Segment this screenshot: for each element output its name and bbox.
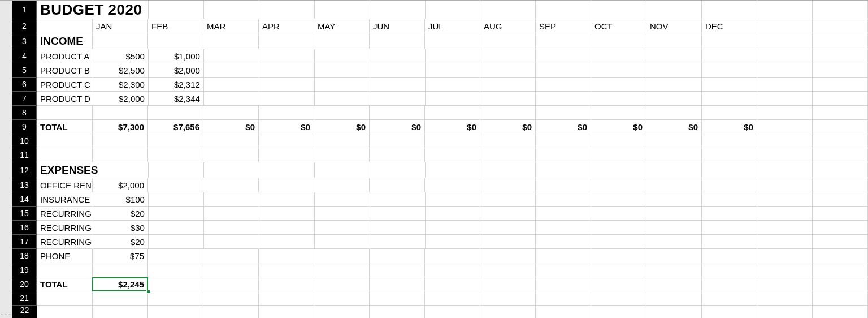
expense-value-cell[interactable]: $2,000	[93, 178, 148, 192]
row-header[interactable]: 6	[12, 78, 37, 92]
cell[interactable]	[203, 249, 259, 263]
cell-grid[interactable]: BUDGET 2020 JAN FEB MAR APR MAY JUN J	[37, 1, 868, 318]
cell[interactable]	[480, 78, 536, 91]
cell[interactable]	[536, 78, 591, 91]
cell[interactable]	[591, 63, 646, 77]
cell[interactable]	[370, 33, 425, 49]
cell[interactable]	[370, 192, 426, 206]
row-header[interactable]: 19	[12, 263, 37, 277]
month-header[interactable]: DEC	[702, 19, 757, 33]
cell[interactable]	[646, 235, 702, 248]
cell[interactable]	[425, 178, 480, 192]
cell[interactable]	[813, 277, 868, 291]
cell[interactable]	[370, 134, 425, 148]
expenses-header-cell[interactable]: EXPENSES	[37, 162, 93, 178]
cell[interactable]	[259, 1, 315, 19]
month-header[interactable]: MAY	[314, 19, 370, 33]
income-total-cell[interactable]: $0	[370, 120, 425, 134]
cell[interactable]	[480, 221, 536, 234]
cell[interactable]	[813, 263, 868, 277]
cell[interactable]	[702, 134, 757, 148]
income-value-cell[interactable]: $2,300	[93, 78, 149, 91]
expenses-total-cell[interactable]: $2,245	[93, 277, 148, 291]
cell[interactable]	[536, 263, 591, 277]
cell[interactable]	[370, 63, 426, 77]
month-header[interactable]: APR	[259, 19, 314, 33]
cell[interactable]	[480, 306, 536, 318]
cell[interactable]	[591, 49, 646, 63]
cell[interactable]	[646, 134, 702, 148]
cell[interactable]	[93, 263, 148, 277]
cell[interactable]	[426, 78, 481, 91]
cell[interactable]	[536, 106, 591, 119]
cell[interactable]	[425, 33, 480, 49]
income-row[interactable]: PRODUCT C $2,300 $2,312	[37, 78, 868, 92]
cell[interactable]	[702, 106, 757, 119]
cell[interactable]	[591, 178, 646, 192]
cell[interactable]	[702, 291, 757, 305]
cell[interactable]	[646, 49, 702, 63]
cell[interactable]	[204, 162, 259, 178]
cell[interactable]	[480, 134, 536, 148]
expense-row[interactable]: PHONE $75	[37, 249, 868, 263]
cell[interactable]	[480, 277, 536, 291]
cell[interactable]	[646, 221, 702, 234]
income-total-cell[interactable]: $0	[536, 120, 591, 134]
cell[interactable]	[591, 306, 646, 318]
income-total-cell[interactable]: $0	[591, 120, 646, 134]
cell[interactable]	[426, 63, 481, 77]
cell[interactable]	[37, 134, 93, 148]
cell[interactable]	[646, 106, 702, 119]
blank-row[interactable]	[37, 263, 868, 277]
cell[interactable]	[370, 277, 425, 291]
income-total-cell[interactable]: $0	[702, 120, 757, 134]
cell[interactable]	[314, 263, 370, 277]
cell[interactable]	[646, 277, 702, 291]
cell[interactable]	[757, 291, 813, 305]
cell[interactable]	[813, 78, 868, 91]
cell[interactable]	[702, 235, 757, 248]
income-total-cell[interactable]: $0	[425, 120, 480, 134]
income-total-cell[interactable]: $7,656	[148, 120, 203, 134]
cell[interactable]	[259, 207, 315, 220]
expense-row[interactable]: RECURRING $20	[37, 207, 868, 221]
cell[interactable]	[259, 221, 315, 234]
blank-row[interactable]	[37, 106, 868, 120]
cell[interactable]	[259, 148, 314, 162]
cell[interactable]	[536, 221, 591, 234]
cell[interactable]	[93, 148, 148, 162]
cell[interactable]	[536, 235, 591, 248]
cell[interactable]	[702, 92, 757, 105]
cell[interactable]	[536, 63, 591, 77]
month-header[interactable]: SEP	[536, 19, 591, 33]
cell[interactable]	[37, 291, 93, 305]
cell[interactable]	[813, 49, 868, 63]
cell[interactable]	[425, 277, 480, 291]
cell[interactable]	[480, 148, 536, 162]
cell[interactable]	[426, 162, 481, 178]
cell[interactable]	[536, 162, 591, 178]
cell[interactable]	[536, 148, 591, 162]
cell[interactable]	[425, 249, 480, 263]
cell[interactable]	[315, 235, 370, 248]
cell[interactable]	[314, 178, 370, 192]
cell[interactable]	[148, 134, 203, 148]
cell[interactable]	[148, 277, 203, 291]
cell[interactable]	[646, 192, 702, 206]
cell[interactable]	[536, 134, 591, 148]
cell[interactable]	[204, 1, 259, 19]
expense-label-cell[interactable]: PHONE	[37, 249, 93, 263]
cell[interactable]	[203, 306, 259, 318]
month-header[interactable]: JAN	[93, 19, 148, 33]
row-header[interactable]: 10	[12, 134, 37, 148]
cell[interactable]	[203, 148, 259, 162]
cell[interactable]	[315, 162, 370, 178]
expense-label-cell[interactable]: RECURRING	[37, 221, 93, 234]
cell[interactable]	[536, 92, 591, 105]
cell[interactable]	[149, 207, 204, 220]
blank-row[interactable]	[37, 134, 868, 148]
expense-value-cell[interactable]: $30	[93, 221, 149, 234]
cell[interactable]	[591, 221, 646, 234]
expense-row[interactable]: RECURRING $20	[37, 235, 868, 249]
cell[interactable]	[149, 162, 204, 178]
